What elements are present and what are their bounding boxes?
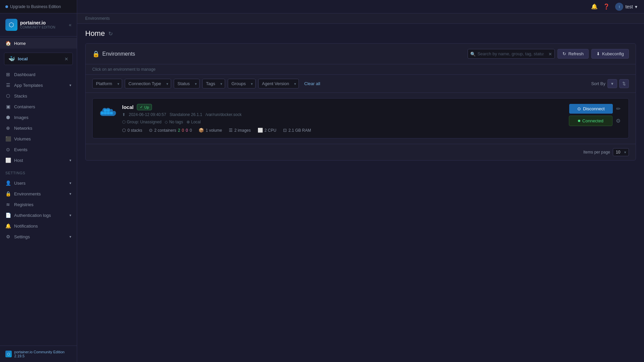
help-icon[interactable]: ❓ [603, 3, 610, 10]
env-tags: ⬡ Group: Unassigned ◇ No tags ⊕ Local [122, 120, 564, 124]
locality-icon: ⊕ [186, 120, 190, 124]
avatar: t [615, 3, 623, 11]
groups-filter-wrap: Groups ▾ [228, 79, 256, 88]
sidebar-item-events-label: Events [14, 147, 28, 152]
sidebar-item-home[interactable]: 🏠 Home [0, 38, 77, 49]
sidebar-logo: ⬡ portainer.io COMMUNITY EDITION « [0, 13, 77, 37]
auth-logs-icon: 📄 [5, 213, 11, 218]
connection-type-filter-wrap: Connection Type ▾ [125, 79, 171, 88]
sidebar-item-app-templates-label: App Templates [14, 83, 43, 88]
sidebar-item-networks[interactable]: ⊕ Networks [0, 123, 77, 133]
sidebar-item-host[interactable]: ⬜ Host ▾ [0, 155, 77, 166]
items-per-page-label: Items per page [583, 150, 610, 155]
env-badge[interactable]: 🐳 local ✕ [4, 53, 73, 65]
upgrade-banner[interactable]: Upgrade to Business Edition [0, 0, 77, 13]
logo-text: portainer.io COMMUNITY EDITION [20, 20, 55, 30]
kubeconfig-button[interactable]: ⬇ Kubeconfig [591, 49, 629, 59]
sort-by-button[interactable]: ▾ [607, 79, 617, 88]
disconnect-button[interactable]: ⊙ Disconnect [569, 104, 613, 114]
env-settings-button[interactable]: ⚙ [614, 116, 622, 125]
sidebar-item-containers[interactable]: ▣ Containers [0, 101, 77, 112]
pagination-row: Items per page 10 ▾ [86, 144, 636, 160]
user-name: test [625, 4, 633, 9]
env-date: 2024-06-12 09:40:57 [129, 112, 166, 117]
per-page-wrap: 10 ▾ [613, 148, 629, 156]
tags-filter[interactable]: Tags [202, 79, 225, 88]
agent-version-filter-wrap: Agent Version ▾ [258, 79, 299, 88]
sidebar-item-home-label: Home [14, 41, 26, 46]
sidebar-item-environments[interactable]: 🔒 Environments ▾ [0, 188, 77, 199]
search-clear-icon[interactable]: ✕ [548, 51, 552, 56]
card-subtitle: Click on an environment to manage [86, 64, 636, 75]
connection-type-filter[interactable]: Connection Type [125, 79, 171, 88]
env-info: local ✓ Up ⬆ 2024-06-12 09:40:57 Standal… [122, 104, 564, 133]
clear-all-button[interactable]: Clear all [302, 80, 323, 87]
page-title: Home [85, 29, 105, 38]
env-version: Standalone 26.1.1 [169, 112, 202, 117]
dashboard-icon: ⊞ [5, 72, 11, 77]
footer-logo-icon: ⬡ [5, 351, 12, 357]
sidebar-item-dashboard-label: Dashboard [14, 72, 36, 77]
refresh-btn-label: Refresh [568, 51, 584, 56]
sidebar-footer: ⬡ portainer.io Community Edition 2.19.5 [0, 346, 77, 362]
environments-icon: 🔒 [5, 191, 11, 196]
sidebar-item-users[interactable]: 👤 Users ▾ [0, 178, 77, 188]
gear-icon: ⚙ [616, 118, 621, 124]
agent-version-filter[interactable]: Agent Version [258, 79, 299, 88]
search-input[interactable] [468, 49, 555, 59]
sidebar-item-host-label: Host [14, 158, 23, 163]
sidebar-item-registries[interactable]: ≋ Registries [0, 199, 77, 210]
ram-stat-icon: ⊡ [283, 128, 287, 133]
card-title-wrap: 🔒 Environments [92, 50, 135, 58]
env-item-local[interactable]: local ✓ Up ⬆ 2024-06-12 09:40:57 Standal… [92, 98, 629, 138]
page-header: Home ↻ [77, 24, 644, 38]
connected-dot [578, 120, 580, 122]
page-refresh-icon[interactable]: ↻ [108, 31, 113, 37]
sidebar-item-dashboard[interactable]: ⊞ Dashboard [0, 69, 77, 80]
sidebar-item-auth-logs[interactable]: 📄 Authentication logs ▾ [0, 210, 77, 221]
env-badge-icon: 🐳 [8, 56, 15, 62]
host-chevron-icon: ▾ [69, 158, 71, 163]
refresh-button[interactable]: ↻ Refresh [557, 49, 589, 59]
kubeconfig-label: Kubeconfig [602, 51, 624, 56]
settings-section-label: Settings [0, 167, 77, 176]
card-title: Environments [102, 51, 135, 57]
sidebar-item-images-label: Images [14, 115, 29, 120]
sidebar-item-settings[interactable]: ⚙ Settings ▾ [0, 231, 77, 242]
status-check-icon: ✓ [140, 105, 143, 109]
notification-icon[interactable]: 🔔 [591, 3, 598, 10]
collapse-sidebar-button[interactable]: « [69, 22, 71, 27]
platform-filter-wrap: Platform ▾ [92, 79, 122, 88]
sidebar-item-events[interactable]: ⊙ Events [0, 144, 77, 155]
per-page-select[interactable]: 10 [613, 148, 629, 156]
images-stat-icon: ☰ [229, 128, 233, 133]
env-name-row: local ✓ Up [122, 104, 564, 110]
host-icon: ⬜ [5, 158, 11, 163]
edit-env-button[interactable]: ✏ [615, 104, 622, 113]
close-env-button[interactable]: ✕ [64, 56, 68, 62]
sidebar-item-stacks[interactable]: ⬡ Stacks [0, 90, 77, 101]
env-locality: ⊕ Local [186, 120, 201, 124]
edit-icon: ✏ [616, 106, 621, 112]
sidebar-item-volumes-label: Volumes [14, 136, 31, 141]
filters-row: Platform ▾ Connection Type ▾ Status ▾ [86, 75, 636, 93]
settings-chevron-icon: ▾ [69, 235, 71, 239]
sidebar-item-images[interactable]: ⬢ Images [0, 112, 77, 123]
platform-filter[interactable]: Platform [92, 79, 122, 88]
volumes-icon: ⬛ [5, 136, 11, 141]
user-badge[interactable]: t test ▾ [615, 3, 637, 11]
status-label: Up [144, 105, 149, 109]
footer-brand: portainer.io [14, 350, 33, 354]
footer-version: 2.19.5 [14, 354, 25, 358]
kubeconfig-icon: ⬇ [596, 51, 600, 56]
sort-direction-button[interactable]: ⇅ [619, 79, 629, 88]
events-icon: ⊙ [5, 147, 11, 152]
auth-logs-chevron-icon: ▾ [69, 213, 71, 218]
sidebar-item-notifications[interactable]: 🔔 Notifications [0, 221, 77, 231]
sidebar-item-app-templates[interactable]: ☰ App Templates ▾ [0, 80, 77, 90]
status-filter[interactable]: Status [174, 79, 200, 88]
users-chevron-icon: ▾ [69, 181, 71, 185]
sidebar-item-volumes[interactable]: ⬛ Volumes [0, 133, 77, 144]
ram-count: 2.1 GB RAM [288, 128, 311, 133]
groups-filter[interactable]: Groups [228, 79, 256, 88]
